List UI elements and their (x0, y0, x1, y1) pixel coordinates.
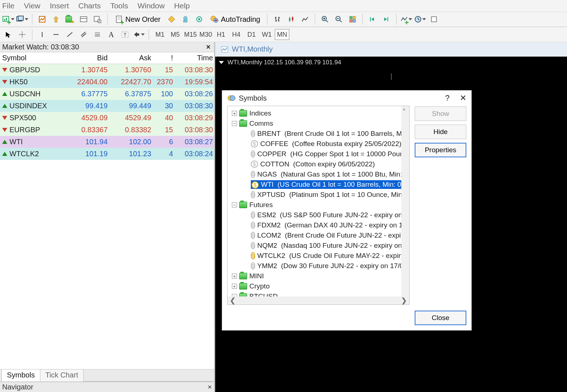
timeframe-m30[interactable]: M30 (198, 29, 213, 40)
tree-row[interactable]: $WTI (US Crude Oil 1 lot = 100 Barrels, … (228, 179, 409, 190)
timeframe-w1[interactable]: W1 (260, 29, 274, 40)
chart-tab[interactable]: WTI,Monthly (215, 42, 567, 57)
data-window-icon[interactable] (50, 13, 62, 25)
tree-vscroll[interactable]: ˄ (401, 106, 409, 296)
zoom-in-icon[interactable] (319, 13, 331, 25)
tree-row[interactable]: $BRENT (Brent Crude Oil 1 lot = 100 Barr… (228, 129, 409, 139)
tree-row[interactable]: +Indices (228, 108, 409, 118)
dialog-help-icon[interactable]: ? (445, 93, 450, 103)
market-watch-row[interactable]: GBPUSD1.307451.307601503:08:30 (0, 64, 214, 76)
metaquotes-icon[interactable] (165, 13, 178, 25)
cursor-icon[interactable] (2, 28, 15, 41)
market-watch-row[interactable]: SPX5004529.094529.494003:08:29 (0, 112, 214, 124)
show-button[interactable]: Show (415, 106, 466, 121)
col-symbol[interactable]: Symbol (2, 54, 68, 62)
market-watch-icon[interactable] (36, 13, 48, 25)
templates-icon[interactable] (428, 13, 440, 25)
tree-row[interactable]: $COFFEE (Coffee Robusta expiry 25/05/202… (228, 139, 409, 149)
periodicity-icon[interactable] (414, 13, 426, 25)
signals-icon[interactable] (193, 13, 205, 25)
shift-end-icon[interactable] (366, 13, 379, 25)
expander-icon[interactable]: + (232, 294, 237, 296)
menu-insert[interactable]: Insert (50, 1, 69, 10)
line-chart-icon[interactable] (299, 13, 311, 25)
expander-icon[interactable]: − (232, 121, 237, 126)
tree-row[interactable]: +Crypto (228, 281, 409, 291)
expander-icon[interactable]: + (232, 111, 237, 116)
properties-button[interactable]: Properties (415, 143, 466, 157)
equidistant-channel-icon[interactable] (77, 28, 90, 41)
bar-chart-icon[interactable] (271, 13, 284, 25)
tile-windows-icon[interactable] (346, 13, 359, 25)
indicators-icon[interactable] (400, 13, 413, 25)
chart-menu-caret-icon[interactable] (219, 61, 224, 64)
navigator-close-icon[interactable]: × (208, 383, 212, 391)
menu-help[interactable]: Help (174, 1, 190, 10)
market-watch-row[interactable]: WTCLK2101.19101.23403:08:24 (0, 148, 214, 160)
menu-file[interactable]: File (2, 1, 15, 10)
menu-tools[interactable]: Tools (110, 1, 128, 10)
auto-scroll-icon[interactable] (380, 13, 393, 25)
navigator-icon[interactable]: ★ (64, 13, 76, 25)
autotrading-button[interactable]: AutoTrading (207, 13, 264, 25)
expander-icon[interactable]: + (232, 274, 237, 279)
close-button[interactable]: Close (415, 311, 466, 325)
tree-row[interactable]: $FDXM2 (German DAX 40 JUN-22 - expiry on… (228, 220, 409, 230)
tree-row[interactable]: $XPTUSD (Platinum Spot 1 lot = 10 Ounce,… (228, 190, 409, 200)
menu-view[interactable]: View (24, 1, 40, 10)
timeframe-d1[interactable]: D1 (244, 29, 259, 40)
market-watch-row[interactable]: USDINDEX99.41999.4493003:08:30 (0, 100, 214, 112)
timeframe-h4[interactable]: H4 (229, 29, 244, 40)
tree-row[interactable]: −Comms (228, 118, 409, 129)
expert-advisors-icon[interactable] (179, 13, 192, 25)
tree-row[interactable]: $ESM2 (US S&P 500 Future JUN-22 - expiry… (228, 210, 409, 220)
expander-icon[interactable]: − (232, 202, 237, 207)
col-spread[interactable]: ! (151, 54, 173, 62)
trendline-icon[interactable] (64, 28, 76, 41)
tree-row[interactable]: −Futures (228, 200, 409, 210)
tab-symbols[interactable]: Symbols (1, 369, 40, 381)
tree-row[interactable]: $NGAS (Natural Gas spot 1 lot = 1000 Btu… (228, 169, 409, 179)
tree-row[interactable]: $WTCLK2 (US Crude Oil Future MAY-22 - ex… (228, 251, 409, 261)
terminal-icon[interactable] (77, 13, 90, 25)
new-order-button[interactable]: New Order (111, 13, 164, 25)
fibonacci-icon[interactable] (91, 28, 104, 41)
vertical-line-icon[interactable] (36, 28, 48, 41)
candlestick-icon[interactable] (285, 13, 297, 25)
timeframe-h1[interactable]: H1 (214, 29, 228, 40)
expander-icon[interactable]: + (232, 284, 237, 289)
text-icon[interactable]: A (105, 28, 117, 41)
timeframe-mn[interactable]: MN (275, 29, 289, 40)
arrows-icon[interactable] (133, 28, 145, 41)
timeframe-m5[interactable]: M5 (168, 29, 182, 40)
tree-row[interactable]: $YMM2 (Dow 30 Future JUN-22 - expiry on … (228, 261, 409, 271)
zoom-out-icon[interactable] (333, 13, 345, 25)
strategy-tester-icon[interactable] (91, 13, 104, 25)
timeframe-m15[interactable]: M15 (183, 29, 198, 40)
market-watch-row[interactable]: EURGBP0.833670.833821503:08:30 (0, 124, 214, 136)
tab-tick-chart[interactable]: Tick Chart (40, 369, 84, 381)
tree-row[interactable]: $LCOM2 (Brent Crude Oil Future JUN-22 - … (228, 230, 409, 241)
market-watch-row[interactable]: HK5022404.0022427.70237019:59:54 (0, 76, 214, 88)
market-watch-close-icon[interactable]: × (205, 43, 212, 51)
col-bid[interactable]: Bid (68, 54, 108, 62)
tree-row[interactable]: $COPPER (HG Copper Spot 1 lot = 10000 Po… (228, 149, 409, 159)
tree-hscroll[interactable]: ❮❯ (228, 296, 409, 304)
new-chart-icon[interactable] (2, 13, 15, 25)
dialog-close-icon[interactable]: ✕ (460, 93, 466, 103)
tree-row[interactable]: $NQM2 (Nasdaq 100 Future JUN-22 - expiry… (228, 241, 409, 251)
menu-charts[interactable]: Charts (79, 1, 101, 10)
col-time[interactable]: Time (173, 54, 213, 62)
tree-row[interactable]: +BTCUSD (228, 291, 409, 296)
market-watch-row[interactable]: WTI101.94102.00603:08:27 (0, 136, 214, 148)
col-ask[interactable]: Ask (108, 54, 151, 62)
crosshair-icon[interactable] (16, 28, 28, 41)
symbols-tree[interactable]: ˄ +Indices−Comms$BRENT (Brent Crude Oil … (228, 106, 409, 296)
tree-row[interactable]: +MINI (228, 271, 409, 281)
text-label-icon[interactable]: T (119, 28, 131, 41)
market-watch-row[interactable]: USDCNH6.377756.3787510003:08:26 (0, 88, 214, 100)
menu-window[interactable]: Window (137, 1, 165, 10)
tree-row[interactable]: $COTTON (Cotton expiry 06/05/2022) (228, 159, 409, 169)
horizontal-line-icon[interactable] (50, 28, 62, 41)
profiles-icon[interactable] (16, 13, 28, 25)
